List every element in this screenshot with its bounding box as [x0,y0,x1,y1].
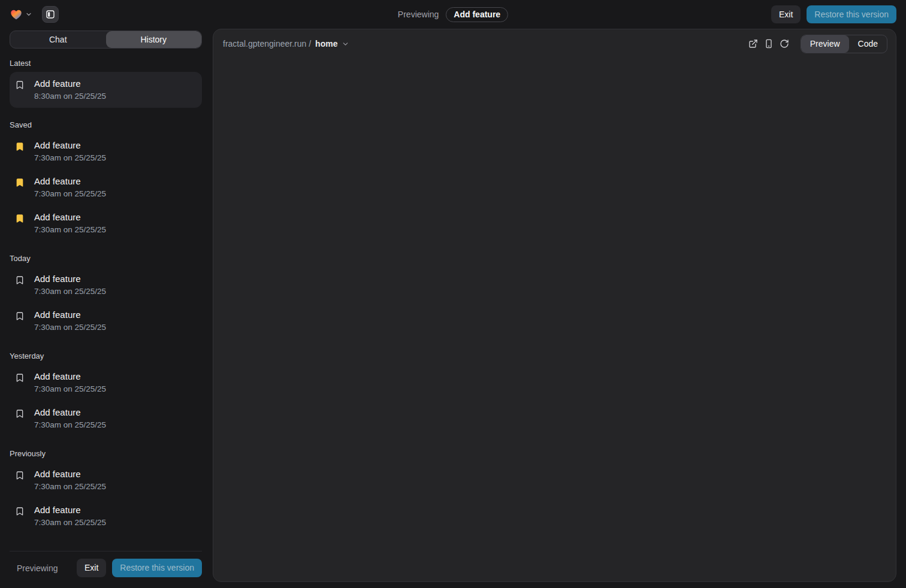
history-item-title: Add feature [34,274,106,284]
topbar-left [10,6,59,23]
history-item-time: 7:30am on 25/25/25 [34,323,106,332]
view-toggle: Preview Code [801,35,887,53]
history-sidebar: Chat History LatestAdd feature8:30am on … [10,29,202,582]
bookmark-outline-icon [15,409,25,429]
bookmark-filled-icon [15,142,25,162]
section-title: Previously [10,449,202,458]
version-name-badge: Add feature [446,7,508,22]
preview-viewport[interactable] [213,58,896,581]
bookmark-outline-icon [15,275,25,296]
history-item-time: 7:30am on 25/25/25 [34,189,106,198]
bookmark-outline-icon [15,507,25,527]
history-section: YesterdayAdd feature7:30am on 25/25/25Ad… [10,351,202,437]
history-section: TodayAdd feature7:30am on 25/25/25Add fe… [10,254,202,339]
history-item-title: Add feature [34,371,106,381]
tab-code[interactable]: Code [849,35,887,53]
history-list: LatestAdd feature8:30am on 25/25/25Saved… [10,49,202,551]
bookmark-filled-icon [15,214,25,234]
refresh-button[interactable] [777,35,792,52]
history-section: LatestAdd feature8:30am on 25/25/25 [10,59,202,108]
history-item-title: Add feature [34,505,106,515]
history-item-title: Add feature [34,78,106,89]
history-item-time: 7:30am on 25/25/25 [34,287,106,296]
tab-history[interactable]: History [106,31,202,48]
history-section: SavedAdd feature7:30am on 25/25/25Add fe… [10,120,202,241]
open-in-new-window-button[interactable] [745,35,761,52]
bookmark-filled-icon [15,178,25,198]
footer-exit-button[interactable]: Exit [77,559,106,577]
section-title: Yesterday [10,351,202,360]
restore-version-button[interactable]: Restore this version [807,5,896,23]
topbar-actions: Exit Restore this version [771,5,896,23]
open-in-new-window-icon [748,39,758,49]
preview-controls: Preview Code [745,35,887,53]
topbar: Previewing Add feature Exit Restore this… [0,0,906,29]
url-dropdown[interactable]: fractal.gptengineer.run / home [223,39,349,49]
sidebar-footer: Previewing Exit Restore this version [10,551,202,582]
history-item-time: 7:30am on 25/25/25 [34,518,106,527]
footer-restore-version-button[interactable]: Restore this version [112,559,202,577]
chevron-down-icon [25,11,32,18]
history-item-title: Add feature [34,310,106,320]
history-item-title: Add feature [34,469,106,479]
history-item-time: 7:30am on 25/25/25 [34,225,106,234]
bookmark-outline-icon [15,80,25,101]
history-item-title: Add feature [34,407,106,417]
logo-menu[interactable] [10,8,32,20]
history-item[interactable]: Add feature7:30am on 25/25/25 [10,401,202,437]
history-section: PreviouslyAdd feature7:30am on 25/25/25A… [10,449,202,534]
section-title: Today [10,254,202,263]
history-item[interactable]: Add feature7:30am on 25/25/25 [10,169,202,205]
preview-panel-header: fractal.gptengineer.run / home [213,29,896,58]
history-item-time: 7:30am on 25/25/25 [34,482,106,491]
tab-preview[interactable]: Preview [801,35,849,53]
footer-previewing-label: Previewing [17,563,58,573]
heart-logo-icon [10,8,23,20]
chevron-down-icon [342,40,349,48]
history-item-title: Add feature [34,140,106,150]
section-title: Saved [10,120,202,129]
refresh-icon [780,39,789,49]
history-item-time: 8:30am on 25/25/25 [34,92,106,101]
mobile-device-icon [764,39,774,49]
history-item[interactable]: Add feature7:30am on 25/25/25 [10,267,202,303]
section-title: Latest [10,59,202,68]
exit-button[interactable]: Exit [771,5,801,23]
main-area: Chat History LatestAdd feature8:30am on … [0,29,906,588]
tab-chat[interactable]: Chat [10,31,106,48]
history-item[interactable]: Add feature8:30am on 25/25/25 [10,72,202,108]
url-host: fractal.gptengineer.run / [223,39,311,49]
history-item[interactable]: Add feature7:30am on 25/25/25 [10,462,202,498]
bookmark-outline-icon [15,311,25,332]
history-item[interactable]: Add feature7:30am on 25/25/25 [10,134,202,169]
url-page: home [315,39,337,49]
history-item-title: Add feature [34,176,106,186]
previewing-label: Previewing [398,10,439,19]
history-item[interactable]: Add feature7:30am on 25/25/25 [10,365,202,401]
history-item[interactable]: Add feature7:30am on 25/25/25 [10,498,202,534]
bookmark-outline-icon [15,471,25,491]
topbar-status: Previewing Add feature [398,0,508,29]
history-item[interactable]: Add feature7:30am on 25/25/25 [10,303,202,339]
history-item-time: 7:30am on 25/25/25 [34,420,106,429]
sidebar-toggle-button[interactable] [42,6,59,23]
preview-panel: fractal.gptengineer.run / home [213,29,896,582]
bookmark-outline-icon [15,373,25,393]
mobile-preview-button[interactable] [761,35,777,52]
history-item-time: 7:30am on 25/25/25 [34,153,106,162]
history-item[interactable]: Add feature7:30am on 25/25/25 [10,205,202,241]
history-item-title: Add feature [34,212,106,222]
history-item-time: 7:30am on 25/25/25 [34,384,106,393]
panel-left-icon [46,10,55,19]
sidebar-tab-switch: Chat History [10,31,202,49]
